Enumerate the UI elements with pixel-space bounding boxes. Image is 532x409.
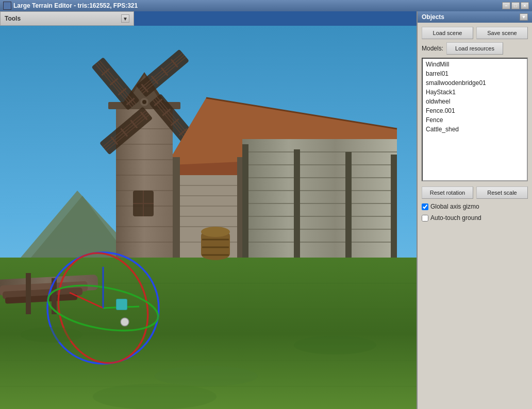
svg-rect-88 <box>294 149 300 258</box>
reset-buttons-row: Reset rotation Reset scale <box>422 186 528 199</box>
model-item-oldwheel[interactable]: oldwheel <box>424 97 526 106</box>
objects-panel: Objects ▼ Load scene Save scene Models: … <box>417 11 532 409</box>
auto-touch-row: Auto-touch ground <box>422 214 528 221</box>
model-item-cattle-shed[interactable]: Cattle_shed <box>424 125 526 134</box>
svg-rect-15 <box>26 273 31 314</box>
load-resources-button[interactable]: Load resources <box>446 42 503 55</box>
svg-point-93 <box>201 227 230 237</box>
svg-point-106 <box>21 327 82 343</box>
model-item-fence001[interactable]: Fence.001 <box>424 106 526 115</box>
svg-rect-89 <box>345 152 352 258</box>
global-axis-checkbox[interactable] <box>422 203 428 210</box>
reset-rotation-button[interactable]: Reset rotation <box>422 186 473 199</box>
global-axis-label[interactable]: Global axis gizmo <box>430 203 479 210</box>
svg-rect-87 <box>242 144 248 258</box>
load-scene-button[interactable]: Load scene <box>422 27 473 39</box>
svg-point-108 <box>294 336 376 354</box>
reset-scale-button[interactable]: Reset scale <box>476 186 528 199</box>
scene-container <box>0 26 417 409</box>
svg-rect-76 <box>173 157 180 258</box>
svg-rect-78 <box>242 139 397 258</box>
panel-content: Load scene Save scene Models: Load resou… <box>418 23 532 409</box>
panel-title-label: Objects <box>422 13 444 21</box>
model-item-bridge[interactable]: smallwoodenbridge01 <box>424 78 526 88</box>
global-axis-row: Global axis gizmo <box>422 203 528 210</box>
tools-bar: Tools ▼ <box>0 11 134 26</box>
app-icon <box>3 2 11 10</box>
model-item-fence[interactable]: Fence <box>424 115 526 125</box>
svg-point-105 <box>121 318 129 326</box>
save-scene-button[interactable]: Save scene <box>476 27 528 39</box>
auto-touch-label[interactable]: Auto-touch ground <box>430 214 481 221</box>
viewport[interactable]: Tools ▼ <box>0 11 417 409</box>
svg-point-109 <box>93 384 217 409</box>
tools-label: Tools <box>5 15 21 22</box>
window-title: Large Terrain Editor - tris:162552, FPS:… <box>13 2 138 9</box>
load-save-row: Load scene Save scene <box>422 27 528 39</box>
window-controls: − □ × <box>502 2 529 9</box>
model-item-windmill[interactable]: WindMill <box>424 60 526 69</box>
main-container: Tools ▼ <box>0 11 532 409</box>
tools-pin-button[interactable]: ▼ <box>121 14 129 23</box>
minimize-button[interactable]: − <box>502 2 510 9</box>
title-bar: Large Terrain Editor - tris:162552, FPS:… <box>0 0 532 11</box>
svg-point-33 <box>142 100 146 104</box>
svg-point-107 <box>155 366 258 386</box>
model-item-haystack[interactable]: HayStack1 <box>424 88 526 97</box>
svg-rect-90 <box>391 155 397 258</box>
auto-touch-checkbox[interactable] <box>422 215 428 221</box>
scene-svg <box>0 26 417 409</box>
models-label: Models: <box>422 45 443 52</box>
model-item-barrel01[interactable]: barrel01 <box>424 69 526 78</box>
models-row: Models: Load resources <box>422 42 528 55</box>
maximize-button[interactable]: □ <box>511 2 520 9</box>
panel-title-bar: Objects ▼ <box>418 11 532 23</box>
svg-rect-104 <box>117 299 127 310</box>
panel-pin-button[interactable]: ▼ <box>520 13 528 21</box>
close-button[interactable]: × <box>521 2 529 9</box>
models-list[interactable]: WindMill barrel01 smallwoodenbridge01 Ha… <box>422 58 528 181</box>
